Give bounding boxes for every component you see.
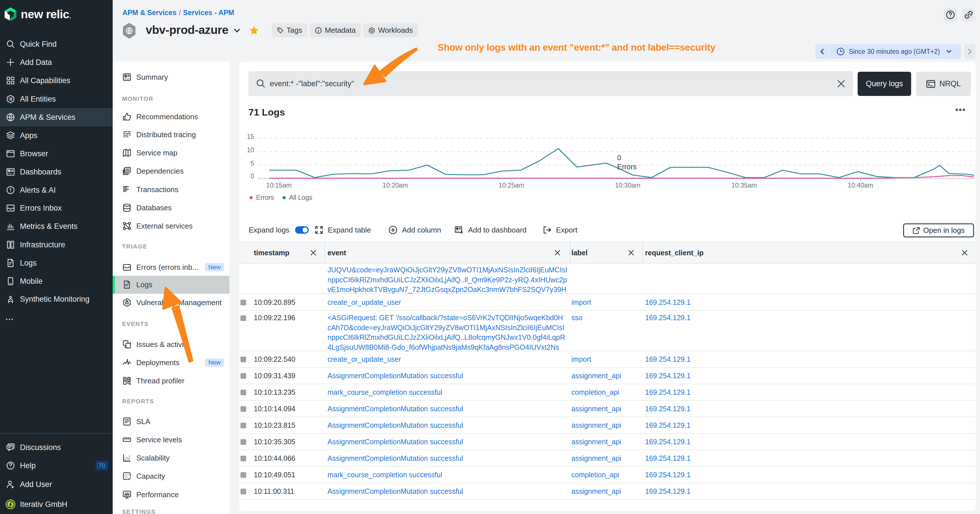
- svg-text:10:20am: 10:20am: [382, 181, 408, 189]
- svg-text:10:25am: 10:25am: [498, 181, 524, 189]
- svg-text:10:30am: 10:30am: [615, 181, 641, 189]
- svg-text:10:35am: 10:35am: [731, 181, 757, 189]
- svg-text:10:15am: 10:15am: [266, 181, 292, 189]
- svg-text:0: 0: [250, 172, 254, 180]
- svg-text:10: 10: [247, 146, 254, 154]
- svg-text:5: 5: [250, 160, 254, 167]
- svg-text:15: 15: [247, 133, 254, 140]
- svg-text:10:40am: 10:40am: [848, 181, 873, 189]
